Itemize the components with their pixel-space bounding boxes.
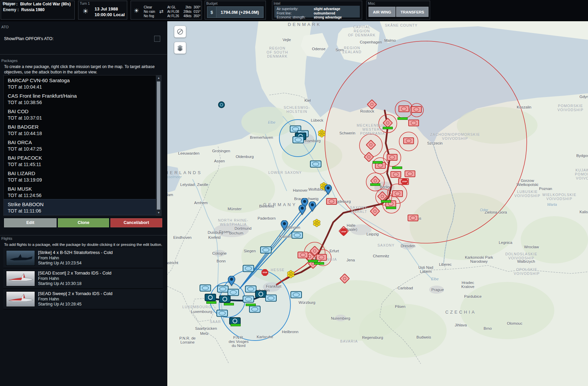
flight-from: From Hahn — [38, 276, 111, 281]
package-item[interactable]: BAI MUSKTOT at 11:24:56 — [4, 184, 156, 199]
unit-friendly[interactable] — [216, 310, 228, 317]
roadblock-marker[interactable]: STOP — [401, 178, 408, 185]
flight-text: [Strike] 4 x B-52H Stratofortress - Cold… — [38, 250, 113, 266]
unit-enemy[interactable] — [387, 154, 397, 161]
unit-friendly[interactable] — [228, 289, 239, 296]
budget-value: 1794.0M (+294.0M) — [216, 7, 263, 18]
unit-friendly[interactable] — [260, 247, 272, 254]
strength-bar — [383, 127, 393, 129]
scroll-up-button[interactable]: ▲ — [156, 75, 161, 81]
scrollbar-thumb[interactable] — [157, 81, 161, 210]
unit-airbase[interactable] — [255, 290, 267, 298]
flight-item[interactable]: [SEAD Escort] 2 x Tornado IDS - ColdFrom… — [3, 268, 163, 289]
intel-key: Front line: — [277, 11, 314, 16]
unit-enemy[interactable] — [408, 120, 419, 126]
package-tot: TOT at 11:11:06 — [8, 208, 152, 214]
flights-section-label: Flights — [1, 236, 12, 240]
unit-friendly[interactable] — [249, 306, 261, 313]
intel-row: Air superiority: slight advantage — [277, 7, 357, 11]
turn-datetime: 13 Jul 1988 10:00:00 Local — [95, 6, 125, 18]
map[interactable]: DENMARKCZECHIAGERMANYNETHERLANDSLUXEMBOU… — [167, 21, 588, 386]
package-item[interactable]: Strike BABOONTOT at 11:11:06 — [4, 199, 156, 215]
package-item[interactable]: CAS Front line Frankfurt/HainaTOT at 10:… — [4, 91, 156, 106]
unit-friendly[interactable] — [217, 286, 229, 293]
unit-friendly[interactable] — [292, 136, 304, 143]
unit-friendly[interactable] — [243, 296, 254, 303]
measure-tool-button[interactable] — [174, 26, 186, 38]
package-title: BAI ORCA — [8, 139, 152, 146]
waypoint-pin[interactable] — [281, 220, 288, 230]
waypoint-pin[interactable] — [324, 185, 332, 195]
wind-dir: 300° — [194, 5, 203, 9]
unit-enemy[interactable] — [411, 106, 422, 113]
wind-level: At FL08 — [167, 9, 180, 14]
scroll-down-button[interactable]: ▼ — [156, 210, 161, 216]
unit-friendly[interactable] — [265, 295, 277, 302]
ijsselmeer — [167, 166, 180, 193]
unit-friendly[interactable] — [243, 265, 254, 272]
strike-marker[interactable] — [312, 219, 321, 227]
cancel-abort-button[interactable]: Cancel/abort — [110, 218, 162, 227]
unit-enemy[interactable] — [405, 170, 415, 177]
unit-enemy[interactable] — [392, 190, 403, 197]
transfers-button[interactable]: TRANSFERS — [396, 7, 428, 17]
unit-enemy[interactable] — [399, 105, 409, 112]
waypoint-pin[interactable] — [228, 276, 235, 286]
package-item[interactable]: BAI LIZARDTOT at 13:19:09 — [4, 168, 156, 184]
strike-marker[interactable] — [317, 129, 326, 138]
weather-rain: No rain — [144, 9, 155, 14]
package-item[interactable]: BAI ORCATOT at 10:47:25 — [4, 137, 156, 153]
unit-friendly[interactable] — [310, 161, 321, 168]
packages-section-label: Packages — [1, 59, 18, 63]
unit-friendly[interactable] — [291, 232, 303, 239]
package-tot: TOT at 11:45:11 — [8, 161, 152, 167]
package-item[interactable]: BARCAP CVN-60 SaratogaTOT at 10:04:41 — [4, 75, 156, 91]
roadblock-marker[interactable]: STOP — [340, 228, 347, 235]
scrollbar[interactable]: ▲ ▼ — [156, 75, 161, 216]
enemy-label: Enemy : — [3, 7, 19, 12]
border-dk-de — [269, 93, 308, 100]
unit-enemy[interactable] — [390, 171, 401, 178]
unit-enemy[interactable] — [298, 252, 308, 258]
turn-panel: Turn 1 ☀ 13 Jul 1988 10:00:00 Local — [78, 1, 127, 20]
budget-panel: Budget $ 1794.0M (+294.0M) — [205, 1, 266, 20]
waypoint-pin[interactable] — [309, 201, 316, 212]
budget-display[interactable]: $ 1794.0M (+294.0M) — [207, 6, 264, 18]
unit-airbase[interactable] — [205, 294, 216, 301]
unit-friendly[interactable] — [290, 291, 302, 298]
unit-airbase[interactable] — [219, 295, 231, 303]
package-item[interactable]: BAI PEACOCKTOT at 11:45:11 — [4, 153, 156, 168]
enemy-value: Russia 1980 — [21, 7, 44, 12]
package-item[interactable]: BAI CODTOT at 10:37:01 — [4, 106, 156, 122]
package-item[interactable]: BAI BADGERTOT at 10:44:18 — [4, 122, 156, 137]
wind-icon: ⇄ — [159, 8, 164, 14]
turn-label: Turn 1 — [80, 1, 90, 5]
wind-speed: 2kts — [180, 5, 192, 9]
unit-enemy[interactable] — [403, 137, 414, 144]
unit-friendly[interactable] — [200, 285, 211, 292]
unit-friendly[interactable] — [245, 286, 256, 293]
basemap — [167, 21, 588, 386]
package-title: BAI MUSK — [8, 186, 152, 192]
air-wing-button[interactable]: AIR WING — [369, 7, 395, 17]
clone-button[interactable]: Clone — [58, 218, 109, 227]
wind-speed: 28kts — [180, 9, 192, 14]
aircraft-thumbnail — [6, 271, 35, 286]
flight-title: [SEAD Escort] 2 x Tornado IDS - Cold — [38, 270, 111, 276]
roadblock-marker[interactable]: STOP — [262, 269, 268, 276]
opfor-ato-checkbox[interactable] — [154, 36, 160, 42]
wind-row: At FL26 48kts 350° — [167, 14, 203, 18]
package-title: BAI BADGER — [8, 124, 152, 130]
border-nl-de — [167, 147, 220, 275]
package-tot: TOT at 10:38:56 — [8, 99, 152, 105]
weather-sun-icon: ☀ — [134, 7, 139, 14]
waypoint-pin[interactable] — [299, 205, 306, 215]
flight-item[interactable]: [Strike] 4 x B-52H Stratofortress - Cold… — [3, 248, 163, 268]
strike-marker[interactable] — [286, 270, 295, 279]
unit-enemy[interactable] — [408, 215, 418, 221]
unit-naval[interactable] — [218, 101, 225, 108]
layers-button[interactable] — [174, 42, 186, 54]
unit-enemy[interactable] — [326, 198, 337, 205]
edit-button[interactable]: Edit — [4, 218, 57, 227]
flight-item[interactable]: [SEAD Sweep] 2 x Tornado IDS - ColdFrom … — [3, 289, 163, 310]
